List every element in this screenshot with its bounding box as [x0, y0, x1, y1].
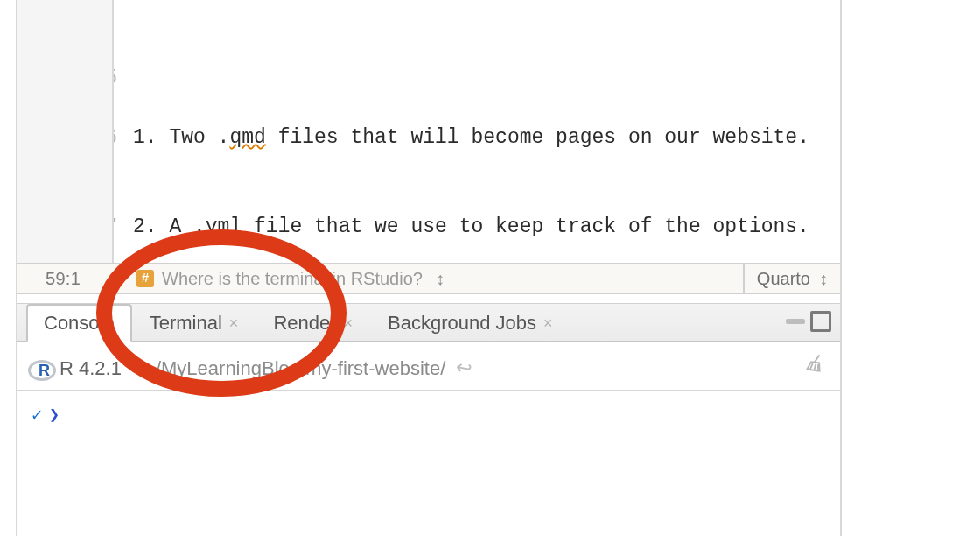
r-logo-icon — [30, 359, 52, 378]
tab-background-jobs[interactable]: Background Jobs × — [370, 304, 570, 342]
svg-line-0 — [815, 355, 820, 363]
filetype-selector[interactable]: Quarto ↕ — [743, 264, 840, 293]
filetype-label: Quarto — [757, 269, 810, 289]
line-number: 35 — [114, 63, 117, 93]
tab-terminal[interactable]: Terminal × — [132, 304, 256, 342]
pane-window-controls — [786, 311, 831, 332]
separator: · — [129, 357, 137, 380]
minimize-icon[interactable] — [786, 319, 805, 324]
tab-label: Background Jobs — [388, 312, 536, 335]
close-icon[interactable]: × — [229, 314, 239, 333]
hash-icon: # — [136, 270, 154, 287]
svg-line-2 — [814, 364, 816, 370]
code-area[interactable]: 35 361. Two .qmd files that will become … — [114, 0, 840, 263]
app-frame: 35 361. Two .qmd files that will become … — [16, 0, 842, 536]
share-icon[interactable]: ↪ — [454, 356, 473, 382]
spell-warn: qmd — [229, 126, 265, 149]
tab-render[interactable]: Render × — [256, 304, 370, 342]
r-version: R 4.2.1 — [60, 357, 122, 380]
console-info-bar: R 4.2.1 · ~/MyLearningBlog/my-first-webs… — [18, 342, 840, 391]
chunk-label: Where is the terminal in RStudio? — [162, 269, 423, 289]
updown-icon: ↕ — [819, 269, 828, 289]
prompt-check-icon: ✓ — [32, 406, 42, 426]
console-body[interactable]: ✓❯ — [18, 391, 840, 536]
line-number: 36 — [114, 123, 117, 152]
working-dir[interactable]: ~/MyLearningBlog/my-first-website/ — [144, 357, 445, 380]
tabstrip: Console Terminal × Render × Background J… — [18, 304, 840, 342]
cursor-position: 59:1 — [18, 269, 130, 289]
close-icon[interactable]: × — [543, 314, 553, 333]
tab-label: Console — [44, 312, 115, 335]
tab-console[interactable]: Console — [26, 304, 132, 342]
tab-label: Terminal — [150, 312, 222, 335]
svg-line-3 — [817, 364, 819, 370]
prompt-arrow-icon: ❯ — [49, 406, 60, 426]
line-number: 37 — [114, 212, 117, 242]
bottom-pane: Console Terminal × Render × Background J… — [18, 303, 840, 536]
source-editor[interactable]: 35 361. Two .qmd files that will become … — [18, 0, 840, 263]
clear-console-icon[interactable] — [805, 352, 828, 379]
outline-chunk[interactable]: # Where is the terminal in RStudio? ↕ — [130, 264, 452, 293]
close-icon[interactable]: × — [344, 314, 354, 333]
line-gutter — [18, 0, 114, 263]
maximize-icon[interactable] — [810, 311, 831, 332]
editor-status-bar: 59:1 # Where is the terminal in RStudio?… — [18, 263, 840, 294]
chunk-nav-updown-icon[interactable]: ↕ — [436, 269, 444, 289]
tab-label: Render — [273, 312, 336, 335]
